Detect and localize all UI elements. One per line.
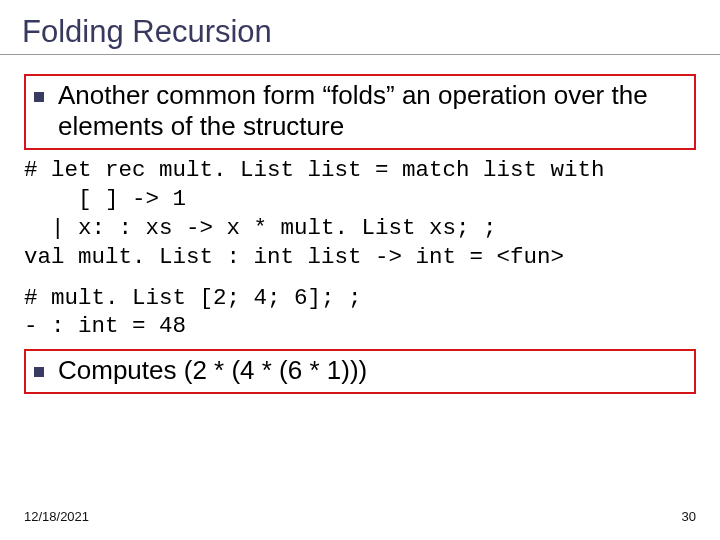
title-underline (0, 54, 720, 55)
slide-title: Folding Recursion (0, 0, 720, 50)
bullet-text-2: Computes (2 * (4 * (6 * 1))) (58, 355, 367, 386)
bullet-item-2: Computes (2 * (4 * (6 * 1))) (26, 351, 694, 392)
footer: 12/18/2021 30 (24, 509, 696, 524)
bullet-square-icon (34, 92, 44, 102)
highlight-box-2: Computes (2 * (4 * (6 * 1))) (24, 349, 696, 394)
bullet-square-icon (34, 367, 44, 377)
highlight-box-1: Another common form “folds” an operation… (24, 74, 696, 150)
slide-content: Another common form “folds” an operation… (0, 50, 720, 394)
code-block-2: # mult. List [2; 4; 6]; ; - : int = 48 (24, 272, 696, 342)
footer-date: 12/18/2021 (24, 509, 89, 524)
footer-page-number: 30 (682, 509, 696, 524)
bullet-item-1: Another common form “folds” an operation… (26, 76, 694, 148)
code-block-1: # let rec mult. List list = match list w… (24, 150, 696, 271)
bullet-text-1: Another common form “folds” an operation… (58, 80, 686, 142)
